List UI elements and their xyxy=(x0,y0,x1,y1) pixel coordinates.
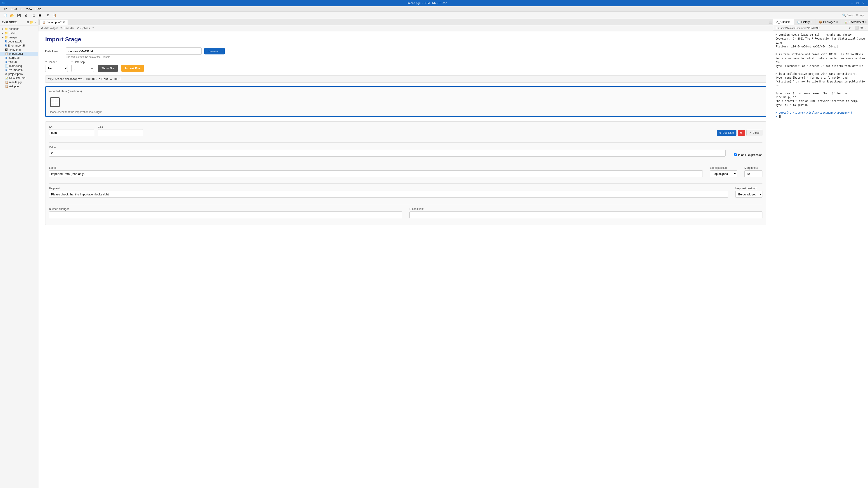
value-section: Value: Is an R expression xyxy=(49,146,763,163)
add-widget-label: Add widget xyxy=(44,27,58,30)
toolbar-save[interactable]: 💾 xyxy=(16,13,22,18)
sidebar-item-bootstrap[interactable]: R bootstrap.R xyxy=(0,39,38,43)
tree-item-label: mack.R xyxy=(8,60,17,64)
label-position-select[interactable]: Top aligned Left aligned Right aligned H… xyxy=(710,170,737,177)
right-tab-console[interactable]: >_ Console xyxy=(773,19,794,25)
duplicate-button[interactable]: ⧉ Duplicate xyxy=(717,130,737,136)
table-cell-bl xyxy=(51,102,55,106)
sidebar-item-readme[interactable]: 📝 README.md xyxy=(0,76,38,80)
close-tab-button[interactable]: ✕ xyxy=(63,21,65,24)
browse-button[interactable]: Browse... xyxy=(204,48,225,55)
r-condition-input[interactable] xyxy=(409,212,763,218)
header-question-icon[interactable]: ? xyxy=(45,61,47,64)
sidebar-item-risk[interactable]: 📋 risk.pgui xyxy=(0,84,38,88)
help-text-position-label: Help text position: xyxy=(735,187,763,190)
sidebar-item-main-pseq[interactable]: 📄 main.pseq xyxy=(0,64,38,68)
sidebar-item-error-import[interactable]: R Error-import.R xyxy=(0,43,38,48)
close-window-button[interactable]: ✕ xyxy=(861,1,866,5)
console-setwd-link[interactable]: setwd("C:\\Users\\Nicolas\\Documents\\PG… xyxy=(779,111,852,114)
id-label: ID: xyxy=(49,125,94,128)
r-when-changed-input[interactable] xyxy=(49,212,402,218)
sidebar-item-project[interactable]: ⚙ project.ppro xyxy=(0,72,38,76)
datasep-select[interactable]: , ; Tab Space xyxy=(71,65,94,72)
menu-view[interactable]: View xyxy=(24,7,34,11)
toolbar-search-placeholder: Search R help... xyxy=(847,14,866,17)
tab-bar-right: ⬜ xyxy=(769,21,772,24)
content-area: 📋 Import.pgui* ✕ ⬜ ⊕ Add widget ⇅ Re-ord… xyxy=(38,19,868,488)
r-cursor xyxy=(779,115,780,119)
menu-help[interactable]: Help xyxy=(34,7,43,11)
margin-top-input[interactable] xyxy=(744,170,763,177)
close-history-tab[interactable]: ✕ xyxy=(811,21,812,23)
right-tab-history[interactable]: 🕐 History ✕ xyxy=(794,19,816,25)
console-line-2: Copyright (C) 2021 The R Foundation for … xyxy=(776,37,866,41)
margin-top-field: Margin top: xyxy=(744,166,763,177)
pgui-file-icon: 📋 xyxy=(5,80,8,84)
toolbar-widget2[interactable]: ▣ xyxy=(37,13,43,18)
r-file-icon: R xyxy=(5,60,7,64)
header-select[interactable]: No Yes xyxy=(45,65,68,72)
label-input[interactable] xyxy=(49,170,703,177)
options-button[interactable]: ⚙ Options xyxy=(77,27,90,30)
help-text-position-select[interactable]: Below widget Above widget Tooltip xyxy=(735,191,763,198)
maximize-editor-button[interactable]: ⬜ xyxy=(769,21,772,24)
toolbar-new[interactable]: 📄 xyxy=(2,13,8,18)
right-tab-environment[interactable]: 📊 Environment ✕ xyxy=(841,19,868,25)
import-file-button[interactable]: Import File xyxy=(121,65,144,72)
datasep-group: ? Data sep , ; Tab Space xyxy=(71,61,94,72)
menu-file[interactable]: File xyxy=(1,7,9,11)
maximize-button[interactable]: □ xyxy=(855,1,860,5)
datasep-question-icon[interactable]: ? xyxy=(71,61,73,64)
toolbar-widget1[interactable]: ◻ xyxy=(31,13,37,18)
r-prompt-1: > xyxy=(776,111,777,114)
sidebar-copy-icon[interactable]: ⧉ xyxy=(27,20,29,24)
reorder-button[interactable]: ⇅ Re-order xyxy=(60,27,74,30)
console-output: R version 4.0.5 (2021-03-31) -- "Shake a… xyxy=(773,31,868,488)
table-cell-tr xyxy=(55,98,59,102)
gear-icon: ⚙ xyxy=(77,27,80,30)
tab-import-pgui[interactable]: 📋 Import.pgui* ✕ xyxy=(39,20,68,25)
close-packages-tab[interactable]: ✕ xyxy=(836,21,838,23)
r-expr-group: Is an R expression xyxy=(734,153,763,157)
sidebar-item-home-png[interactable]: 🖼 home.png xyxy=(0,48,38,52)
console-download-icon[interactable]: ↓ xyxy=(864,26,866,30)
minimize-button[interactable]: ─ xyxy=(849,1,855,5)
css-input[interactable] xyxy=(98,129,143,136)
console-upload-icon[interactable]: ↑ xyxy=(852,26,854,30)
add-widget-button[interactable]: ⊕ Add widget xyxy=(41,27,58,30)
sidebar-item-excel[interactable]: ▶ 📁 Excel xyxy=(0,31,38,35)
delete-button[interactable]: 🗑 xyxy=(738,130,745,136)
right-tab-packages[interactable]: 📦 Packages ✕ xyxy=(816,19,841,25)
console-line-7: ns. xyxy=(776,60,866,64)
id-input[interactable] xyxy=(49,129,94,136)
value-input[interactable] xyxy=(49,150,725,157)
console-refresh-icon[interactable]: ↻ xyxy=(848,26,851,30)
sidebar-item-import-pgui[interactable]: 📋 Import.pgui xyxy=(0,52,38,56)
console-stop-icon[interactable]: ⬜ xyxy=(855,26,859,30)
settings-actions: ⧉ Duplicate 🗑 ✕ Close xyxy=(717,130,763,136)
right-tab-console-label: Console xyxy=(780,20,790,24)
sidebar-title: EXPLORER xyxy=(2,21,17,24)
toolbar-open[interactable]: 📂 xyxy=(9,13,16,18)
show-file-button[interactable]: Show File xyxy=(98,65,118,72)
sidebar-item-mack[interactable]: R mack.R xyxy=(0,60,38,64)
toolbar-send[interactable]: ✉ xyxy=(45,13,51,18)
toolbar-print[interactable]: 🖨 xyxy=(23,13,29,18)
sidebar-item-donnees[interactable]: ▶ 📁 donnees xyxy=(0,27,38,31)
menu-r[interactable]: R xyxy=(19,7,24,11)
sidebar-item-pre-import[interactable]: R Pre-import.R xyxy=(0,68,38,72)
sidebar-item-images[interactable]: ▶ 📁 images xyxy=(0,35,38,39)
toolbar-clipboard[interactable]: 📋 xyxy=(51,13,58,18)
help-text-input[interactable] xyxy=(49,191,728,198)
sidebar-item-results[interactable]: 📋 results.pgui xyxy=(0,80,38,84)
is-r-expression-checkbox[interactable] xyxy=(734,153,737,156)
help-widget-button[interactable]: ? xyxy=(92,27,94,30)
close-environment-tab[interactable]: ✕ xyxy=(865,21,867,23)
sidebar-item-interpcol[interactable]: R interpCol.r xyxy=(0,56,38,60)
sidebar-collapse-icon[interactable]: « xyxy=(35,20,36,24)
console-clear-icon[interactable]: 🗑 xyxy=(860,26,863,30)
close-widget-button[interactable]: ✕ Close xyxy=(746,130,763,136)
sidebar-folder-icon[interactable]: 📁 xyxy=(30,20,34,24)
data-files-input[interactable] xyxy=(66,47,202,55)
menu-pgm[interactable]: PGM xyxy=(9,7,19,11)
